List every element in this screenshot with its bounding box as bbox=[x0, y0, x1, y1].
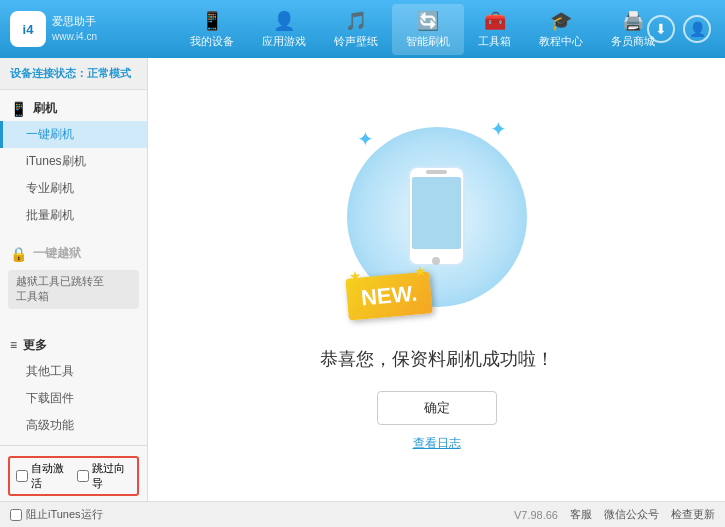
toolbox-icon: 🧰 bbox=[484, 10, 506, 32]
checkbox-row: 自动激活 跳过向导 bbox=[8, 456, 139, 496]
jailbreak-note: 越狱工具已跳转至 工具箱 bbox=[8, 270, 139, 309]
sidebar-item-advanced[interactable]: 高级功能 bbox=[0, 412, 147, 439]
jailbreak-section: 🔒 一键越狱 越狱工具已跳转至 工具箱 bbox=[0, 235, 147, 319]
main-layout: 设备连接状态：正常模式 📱 刷机 一键刷机 iTunes刷机 专业刷机 批量刷机 bbox=[0, 58, 725, 501]
flash-section: 📱 刷机 一键刷机 iTunes刷机 专业刷机 批量刷机 bbox=[0, 90, 147, 235]
device-row-container: 📱 iPhone 15 Pro Max 512GB iPhone bbox=[0, 500, 147, 501]
flash-section-icon: 📱 bbox=[10, 101, 27, 117]
user-icon[interactable]: 👤 bbox=[683, 15, 711, 43]
bottom-right: V7.98.66 客服 微信公众号 检查更新 bbox=[514, 507, 715, 522]
service-icon: 🖨️ bbox=[622, 10, 644, 32]
content-area: ✦ ✦ NEW. 恭喜您，保资料刷机成功啦！ 确定 查看日志 bbox=[148, 58, 725, 501]
apps-icon: 👤 bbox=[273, 10, 295, 32]
tab-ringtone[interactable]: 🎵 铃声壁纸 bbox=[320, 4, 392, 55]
tab-smart-flash[interactable]: 🔄 智能刷机 bbox=[392, 4, 464, 55]
sidebar-item-batch-flash[interactable]: 批量刷机 bbox=[0, 202, 147, 229]
sidebar-bottom: 自动激活 跳过向导 📱 iPhone 15 Pro Max 512GB bbox=[0, 445, 147, 501]
auto-activate-checkbox[interactable] bbox=[16, 470, 28, 482]
skip-guide-checkbox-item[interactable]: 跳过向导 bbox=[77, 461, 132, 491]
sidebar-item-itunes-flash[interactable]: iTunes刷机 bbox=[0, 148, 147, 175]
tab-my-device[interactable]: 📱 我的设备 bbox=[176, 4, 248, 55]
jailbreak-header: 🔒 一键越狱 bbox=[0, 241, 147, 266]
flash-section-header[interactable]: 📱 刷机 bbox=[0, 96, 147, 121]
footer-link-home[interactable]: 客服 bbox=[570, 507, 592, 522]
success-illustration: ✦ ✦ NEW. bbox=[337, 107, 537, 327]
sparkle-icon-2: ✦ bbox=[490, 117, 507, 141]
ringtone-icon: 🎵 bbox=[345, 10, 367, 32]
sidebar-item-pro-flash[interactable]: 专业刷机 bbox=[0, 175, 147, 202]
footer-link-wechat[interactable]: 微信公众号 bbox=[604, 507, 659, 522]
new-badge: NEW. bbox=[345, 271, 433, 320]
tab-apps-games[interactable]: 👤 应用游戏 bbox=[248, 4, 320, 55]
sidebar-item-other-tools[interactable]: 其他工具 bbox=[0, 358, 147, 385]
svg-rect-2 bbox=[426, 170, 447, 174]
sidebar: 设备连接状态：正常模式 📱 刷机 一键刷机 iTunes刷机 专业刷机 批量刷机 bbox=[0, 58, 148, 501]
sidebar-item-download-firmware[interactable]: 下载固件 bbox=[0, 385, 147, 412]
svg-point-3 bbox=[432, 257, 440, 265]
itunes-row: 阻止iTunes运行 bbox=[10, 507, 103, 522]
tab-tutorial[interactable]: 🎓 教程中心 bbox=[525, 4, 597, 55]
sidebar-item-one-key-flash[interactable]: 一键刷机 bbox=[0, 121, 147, 148]
more-section-header[interactable]: ≡ 更多 bbox=[0, 333, 147, 358]
logo-icon: i4 bbox=[10, 11, 46, 47]
confirm-button[interactable]: 确定 bbox=[377, 391, 497, 425]
logo-area: i4 爱思助手 www.i4.cn bbox=[10, 11, 130, 47]
success-message: 恭喜您，保资料刷机成功啦！ bbox=[320, 347, 554, 371]
device-icon: 📱 bbox=[201, 10, 223, 32]
auto-activate-checkbox-item[interactable]: 自动激活 bbox=[16, 461, 71, 491]
nav-tabs: 📱 我的设备 👤 应用游戏 🎵 铃声壁纸 🔄 智能刷机 🧰 工具箱 🎓 教程中心… bbox=[130, 4, 715, 55]
lock-icon: 🔒 bbox=[10, 246, 27, 262]
more-icon: ≡ bbox=[10, 338, 17, 352]
tab-toolbox[interactable]: 🧰 工具箱 bbox=[464, 4, 525, 55]
header: i4 爱思助手 www.i4.cn 📱 我的设备 👤 应用游戏 🎵 铃声壁纸 🔄… bbox=[0, 0, 725, 58]
version-text: V7.98.66 bbox=[514, 509, 558, 521]
download-icon[interactable]: ⬇ bbox=[647, 15, 675, 43]
block-itunes-checkbox[interactable] bbox=[10, 509, 22, 521]
smart-flash-icon: 🔄 bbox=[417, 10, 439, 32]
sparkle-icon-1: ✦ bbox=[357, 127, 374, 151]
svg-rect-1 bbox=[412, 177, 461, 249]
more-section: ≡ 更多 其他工具 下载固件 高级功能 bbox=[0, 327, 147, 445]
bottom-bar: 阻止iTunes运行 V7.98.66 客服 微信公众号 检查更新 bbox=[0, 501, 725, 527]
tutorial-icon: 🎓 bbox=[550, 10, 572, 32]
skip-guide-checkbox[interactable] bbox=[77, 470, 89, 482]
checkbox-area: 自动激活 跳过向导 bbox=[0, 452, 147, 500]
view-log-link[interactable]: 查看日志 bbox=[413, 435, 461, 452]
phone-svg bbox=[404, 165, 469, 270]
bottom-left: 阻止iTunes运行 bbox=[10, 507, 103, 522]
logo-text: 爱思助手 www.i4.cn bbox=[52, 14, 97, 43]
sidebar-status: 设备连接状态：正常模式 bbox=[0, 58, 147, 90]
footer-link-check-update[interactable]: 检查更新 bbox=[671, 507, 715, 522]
header-right-icons: ⬇ 👤 bbox=[647, 15, 711, 43]
